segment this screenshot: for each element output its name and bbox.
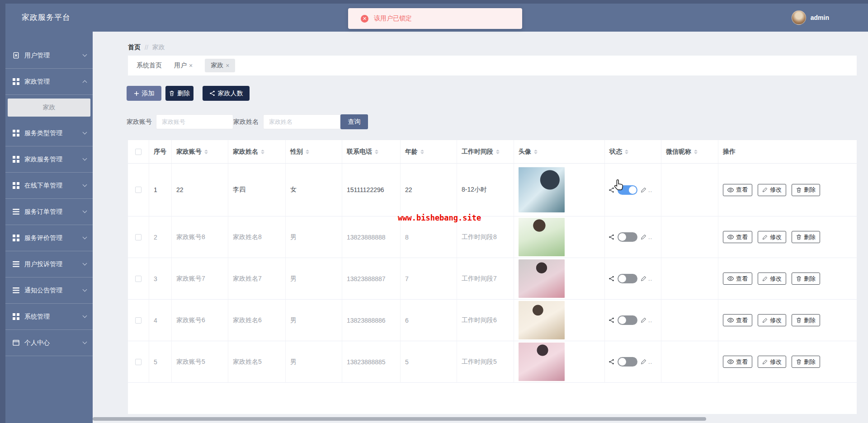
sort-carets-icon[interactable] [496, 150, 500, 154]
sidebar-item-service-order-management[interactable]: 服务订单管理 [5, 199, 93, 225]
top-frame-strip [0, 0, 868, 4]
sidebar-item-user-management[interactable]: 用户管理 [5, 42, 93, 69]
grid-icon [12, 182, 20, 189]
column-header-wechat[interactable]: 微信昵称 [661, 140, 718, 164]
view-button[interactable]: 查看 [723, 314, 752, 326]
share-icon[interactable] [609, 276, 614, 282]
sort-carets-icon[interactable] [306, 150, 309, 154]
status-toggle[interactable] [618, 274, 637, 283]
cell-account: 家政账号6 [172, 300, 228, 341]
row-checkbox[interactable] [135, 187, 142, 193]
status-dots: .. [648, 187, 652, 193]
name-search-input[interactable] [263, 114, 340, 129]
column-header-status[interactable]: 状态 [605, 140, 661, 164]
pencil-icon[interactable] [641, 187, 646, 193]
delete-row-button[interactable]: 删除 [792, 231, 820, 243]
column-header-gender[interactable]: 性别 [286, 140, 342, 164]
column-header-avatar[interactable]: 头像 [514, 140, 605, 164]
share-icon[interactable] [609, 234, 614, 240]
view-button[interactable]: 查看 [723, 273, 752, 285]
sidebar-item-housekeeping-service-management[interactable]: 家政服务管理 [5, 146, 93, 173]
tab-users[interactable]: 用户 × [174, 61, 193, 70]
column-header-name[interactable]: 家政姓名 [228, 140, 286, 164]
sidebar-item-online-order-management[interactable]: 在线下单管理 [5, 173, 93, 199]
add-button[interactable]: 添加 [127, 86, 161, 101]
sidebar-submenu-housekeeping-active[interactable]: 家政 [8, 99, 90, 117]
view-button[interactable]: 查看 [723, 184, 752, 196]
sort-carets-icon[interactable] [534, 150, 538, 154]
sort-carets-icon[interactable] [694, 150, 698, 154]
column-header-age[interactable]: 年龄 [401, 140, 457, 164]
sort-carets-icon[interactable] [625, 150, 628, 154]
row-checkbox[interactable] [135, 276, 142, 282]
view-button[interactable]: 查看 [723, 231, 752, 243]
chevron-down-icon [83, 314, 87, 318]
horizontal-scrollbar-thumb[interactable] [93, 417, 706, 421]
pencil-icon[interactable] [641, 234, 646, 240]
edit-button[interactable]: 修改 [758, 356, 786, 368]
cell-account: 家政账号7 [172, 258, 228, 300]
column-header-account[interactable]: 家政账号 [172, 140, 228, 164]
status-toggle[interactable] [618, 232, 637, 242]
status-toggle[interactable] [618, 315, 637, 325]
delete-row-button[interactable]: 删除 [792, 314, 820, 326]
cell-index: 5 [149, 341, 172, 383]
delete-row-button[interactable]: 删除 [792, 356, 820, 368]
sort-carets-icon[interactable] [204, 150, 208, 154]
admin-avatar [792, 10, 806, 25]
sidebar-item-label: 用户投诉管理 [24, 260, 83, 268]
list-icon [12, 287, 20, 294]
pencil-icon[interactable] [641, 276, 646, 282]
share-icon[interactable] [609, 317, 614, 323]
account-search-input[interactable] [156, 114, 233, 129]
sidebar-item-personal-center[interactable]: 个人中心 [5, 330, 93, 356]
row-checkbox[interactable] [135, 234, 142, 240]
cell-wechat [661, 164, 718, 216]
delete-button[interactable]: 删除 [165, 86, 193, 101]
cell-age: 6 [401, 300, 457, 341]
eye-icon [727, 359, 734, 364]
pencil-icon [762, 276, 768, 282]
housekeeper-photo [519, 167, 565, 212]
column-header-phone[interactable]: 联系电话 [342, 140, 401, 164]
select-all-checkbox[interactable] [135, 149, 142, 155]
chevron-down-icon [83, 235, 87, 240]
edit-button[interactable]: 修改 [758, 231, 786, 243]
tab-label: 系统首页 [137, 61, 162, 70]
grid-icon [12, 155, 20, 163]
delete-row-button[interactable]: 删除 [792, 273, 820, 285]
pencil-icon[interactable] [641, 359, 646, 365]
sidebar-item-housekeeping-management[interactable]: 家政管理 [5, 69, 93, 95]
pencil-icon[interactable] [641, 317, 646, 323]
housekeeper-count-button[interactable]: 家政人数 [203, 86, 250, 101]
tab-close-icon[interactable]: × [189, 62, 193, 69]
sidebar-item-notice-management[interactable]: 通知公告管理 [5, 277, 93, 304]
sort-carets-icon[interactable] [261, 150, 264, 154]
delete-row-button[interactable]: 删除 [792, 184, 820, 196]
status-toggle[interactable] [618, 357, 637, 367]
cell-gender: 男 [286, 258, 342, 300]
share-icon[interactable] [609, 359, 614, 365]
error-circle-icon: ✕ [361, 15, 368, 23]
sidebar-item-system-management[interactable]: 系统管理 [5, 304, 93, 330]
view-button[interactable]: 查看 [723, 356, 752, 368]
sort-carets-icon[interactable] [375, 150, 378, 154]
row-checkbox[interactable] [135, 317, 142, 324]
edit-button[interactable]: 修改 [758, 184, 786, 196]
query-button[interactable]: 查询 [340, 114, 368, 129]
edit-button[interactable]: 修改 [758, 314, 786, 326]
sidebar-item-service-review-management[interactable]: 服务评价管理 [5, 225, 93, 251]
tab-close-icon[interactable]: × [226, 62, 229, 69]
breadcrumb-home-link[interactable]: 首页 [128, 43, 141, 52]
sidebar-item-service-type-management[interactable]: 服务类型管理 [5, 120, 93, 146]
housekeeper-photo [519, 259, 565, 298]
tab-housekeeping-active[interactable]: 家政 × [205, 59, 235, 72]
row-checkbox[interactable] [135, 359, 142, 365]
tab-system-home[interactable]: 系统首页 [137, 61, 162, 70]
chevron-down-icon [83, 52, 87, 57]
edit-button[interactable]: 修改 [758, 273, 786, 285]
sort-carets-icon[interactable] [420, 150, 424, 154]
column-header-hours[interactable]: 工作时间段 [457, 140, 514, 164]
sidebar-item-user-complaint-management[interactable]: 用户投诉管理 [5, 251, 93, 277]
admin-menu[interactable]: admin [792, 4, 829, 32]
